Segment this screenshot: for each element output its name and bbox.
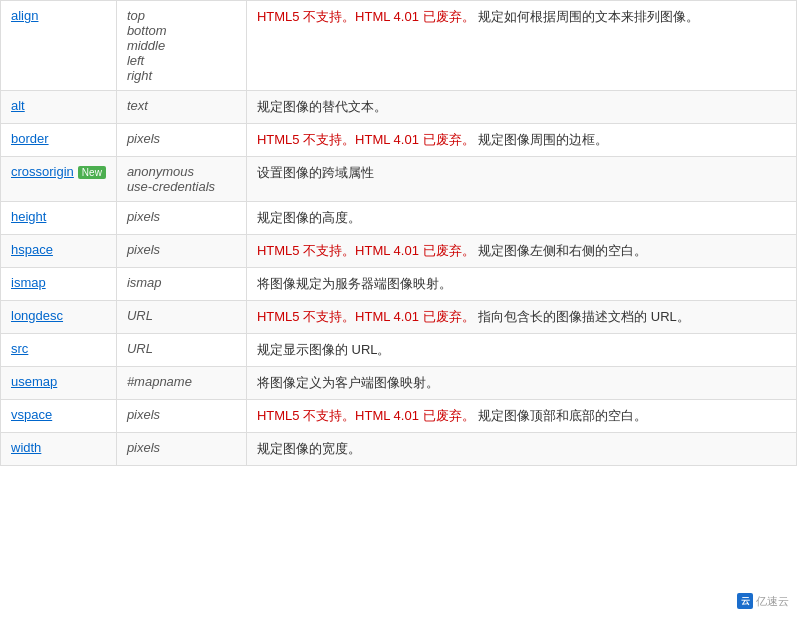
description-cell: 规定显示图像的 URL。	[246, 334, 796, 367]
attr-link-vspace[interactable]: vspace	[11, 407, 52, 422]
description-cell: 将图像规定为服务器端图像映射。	[246, 268, 796, 301]
table-row: borderpixelsHTML5 不支持。HTML 4.01 已废弃。 规定图…	[1, 124, 797, 157]
attr-link-alt[interactable]: alt	[11, 98, 25, 113]
attr-link-border[interactable]: border	[11, 131, 49, 146]
description-cell: 将图像定义为客户端图像映射。	[246, 367, 796, 400]
attr-link-longdesc[interactable]: longdesc	[11, 308, 63, 323]
deprecated-text: HTML5 不支持。HTML 4.01 已废弃。	[257, 408, 475, 423]
table-row: crossoriginNewanonymoususe-credentials设置…	[1, 157, 797, 202]
attr-link-width[interactable]: width	[11, 440, 41, 455]
description-cell: 规定图像的宽度。	[246, 433, 796, 466]
description-cell: 规定图像的高度。	[246, 202, 796, 235]
value-cell: pixels	[116, 433, 246, 466]
value-cell: pixels	[116, 124, 246, 157]
table-row: alttext规定图像的替代文本。	[1, 91, 797, 124]
description-cell: HTML5 不支持。HTML 4.01 已废弃。 规定图像左侧和右侧的空白。	[246, 235, 796, 268]
description-cell: 设置图像的跨域属性	[246, 157, 796, 202]
attributes-table: aligntopbottommiddleleftrightHTML5 不支持。H…	[0, 0, 797, 466]
attr-link-ismap[interactable]: ismap	[11, 275, 46, 290]
value-cell: URL	[116, 334, 246, 367]
table-row: srcURL规定显示图像的 URL。	[1, 334, 797, 367]
table-row: vspacepixelsHTML5 不支持。HTML 4.01 已废弃。 规定图…	[1, 400, 797, 433]
value-cell: text	[116, 91, 246, 124]
description-cell: HTML5 不支持。HTML 4.01 已废弃。 规定图像周围的边框。	[246, 124, 796, 157]
table-row: longdescURLHTML5 不支持。HTML 4.01 已废弃。 指向包含…	[1, 301, 797, 334]
value-cell: anonymoususe-credentials	[116, 157, 246, 202]
table-row: aligntopbottommiddleleftrightHTML5 不支持。H…	[1, 1, 797, 91]
deprecated-text: HTML5 不支持。HTML 4.01 已废弃。	[257, 309, 475, 324]
attr-link-hspace[interactable]: hspace	[11, 242, 53, 257]
table-row: widthpixels规定图像的宽度。	[1, 433, 797, 466]
table-row: usemap#mapname将图像定义为客户端图像映射。	[1, 367, 797, 400]
deprecated-text: HTML5 不支持。HTML 4.01 已废弃。	[257, 243, 475, 258]
deprecated-text: HTML5 不支持。HTML 4.01 已废弃。	[257, 9, 475, 24]
attr-link-align[interactable]: align	[11, 8, 38, 23]
description-cell: HTML5 不支持。HTML 4.01 已废弃。 规定图像顶部和底部的空白。	[246, 400, 796, 433]
table-row: ismapismap将图像规定为服务器端图像映射。	[1, 268, 797, 301]
description-cell: 规定图像的替代文本。	[246, 91, 796, 124]
value-cell: URL	[116, 301, 246, 334]
value-cell: ismap	[116, 268, 246, 301]
value-cell: pixels	[116, 202, 246, 235]
attr-link-height[interactable]: height	[11, 209, 46, 224]
table-row: hspacepixelsHTML5 不支持。HTML 4.01 已废弃。 规定图…	[1, 235, 797, 268]
value-cell: topbottommiddleleftright	[116, 1, 246, 91]
attr-link-src[interactable]: src	[11, 341, 28, 356]
description-cell: HTML5 不支持。HTML 4.01 已废弃。 指向包含长的图像描述文档的 U…	[246, 301, 796, 334]
value-cell: pixels	[116, 400, 246, 433]
new-badge: New	[78, 166, 106, 179]
value-cell: #mapname	[116, 367, 246, 400]
description-cell: HTML5 不支持。HTML 4.01 已废弃。 规定如何根据周围的文本来排列图…	[246, 1, 796, 91]
value-cell: pixels	[116, 235, 246, 268]
attr-link-crossorigin[interactable]: crossorigin	[11, 164, 74, 179]
table-row: heightpixels规定图像的高度。	[1, 202, 797, 235]
deprecated-text: HTML5 不支持。HTML 4.01 已废弃。	[257, 132, 475, 147]
attr-link-usemap[interactable]: usemap	[11, 374, 57, 389]
